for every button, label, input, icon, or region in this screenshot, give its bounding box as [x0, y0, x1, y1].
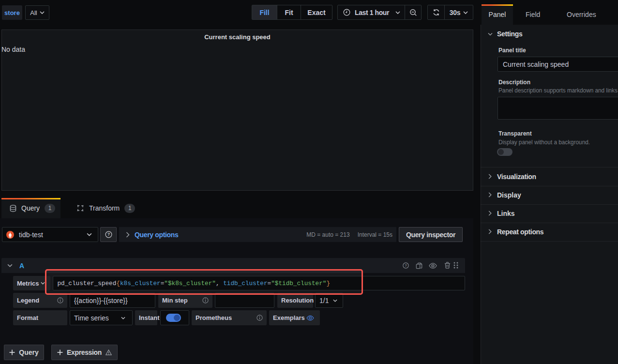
- svg-text:?: ?: [107, 232, 109, 237]
- svg-text:?: ?: [405, 263, 407, 268]
